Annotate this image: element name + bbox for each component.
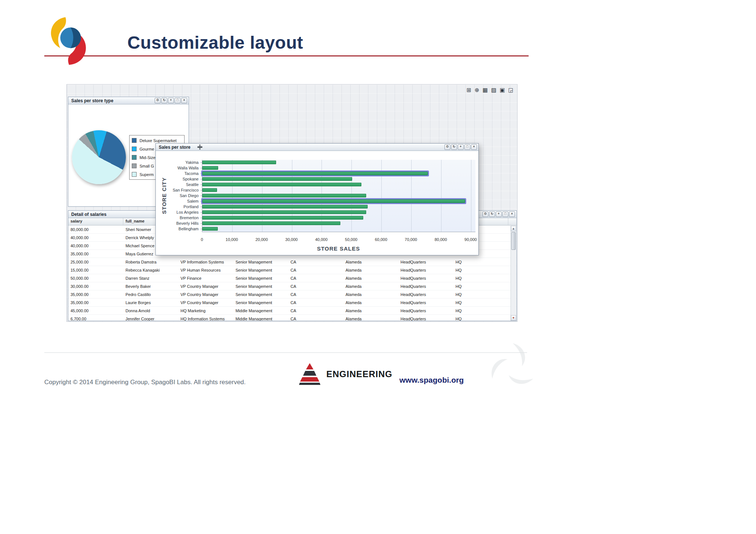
legend-label: Mid-Size [140,155,155,160]
add-button[interactable]: + [496,211,502,217]
add-button[interactable]: + [458,144,464,150]
table-cell: Roberta Damstra [123,260,178,264]
table-row[interactable]: 25,000.00Roberta DamstraVP Information S… [68,258,516,266]
watermark-swirl-icon [488,340,538,393]
table-cell: CA [288,317,343,321]
table-cell: 6,700.00 [68,317,123,321]
table-cell: 35,000.00 [68,292,123,297]
table-cell: VP Country Manager [178,284,233,289]
table-cell: 50,000.00 [68,276,123,280]
panel-header[interactable]: Sales per store type ⚙↻+□× [68,97,189,104]
settings-button[interactable]: ⚙ [155,98,161,103]
website-link[interactable]: www.spagobi.org [399,376,464,385]
bar-category-label: Bremerton [157,216,199,220]
table-row[interactable]: 30,000.00Beverly BakerVP Country Manager… [68,282,516,290]
table-cell: 35,000.00 [68,252,123,256]
bar[interactable] [202,210,366,214]
table-cell: Alameda [343,317,398,321]
table-row[interactable]: 35,000.00Pedro CastilloVP Country Manage… [68,290,516,299]
move-widget-icon[interactable]: ⊕ [475,87,480,93]
bar[interactable] [202,166,218,170]
title-divider [44,55,529,56]
table-row[interactable]: 6,700.00Jennifer CooperHQ Information Sy… [68,315,516,321]
sales-per-store-window[interactable]: Sales per store ⚙↻+□× STORE CITY YakimaW… [155,143,479,255]
bar[interactable] [202,227,218,231]
table-cell: Beverly Baker [123,284,178,289]
table-cell: 25,000.00 [68,260,123,264]
bar-row: Tacoma [202,171,475,176]
bar[interactable] [202,172,428,175]
x-tick-label: 60,000 [375,237,387,242]
bar[interactable] [202,194,366,197]
bar[interactable] [202,183,361,186]
x-axis-ticks: 010,00020,00030,00040,00050,00060,00070,… [202,237,475,242]
scrollbar-thumb[interactable] [511,232,516,250]
table-row[interactable]: 35,000.00Laurie BorgesVP Country Manager… [68,299,516,307]
pie-chart[interactable] [72,130,126,184]
maximize-button[interactable]: □ [464,144,470,150]
close-button[interactable]: × [471,144,477,150]
table-cell: HeadQuarters [398,268,453,272]
legend-label: Superm [140,172,154,177]
save-as-icon[interactable]: ◲ [508,87,513,93]
table-cell: HeadQuarters [398,292,453,297]
bar-row: Bellingham [202,226,475,232]
table-cell: HQ Marketing [178,309,233,313]
table-cell: HQ [453,260,508,264]
table-cell: VP Human Resources [178,268,233,272]
column-header[interactable]: salary [68,218,123,225]
bar-category-label: San Diego [157,193,199,198]
legend-label: Gourme [140,147,154,151]
legend-label: Deluxe Supermarket [140,138,176,143]
maximize-button[interactable]: □ [175,98,181,103]
bar[interactable] [202,216,363,220]
table-cell: Alameda [343,260,398,264]
scroll-down-button[interactable]: ▼ [511,315,516,321]
bar[interactable] [202,199,465,203]
refresh-button[interactable]: ↻ [161,98,167,103]
bar[interactable] [202,161,276,164]
bar-category-label: Beverly Hills [157,221,199,225]
close-button[interactable]: × [181,98,187,103]
bar-category-label: Yakima [157,160,199,165]
bar-row: Yakima [202,160,475,165]
bar-row: Bremerton [202,215,475,221]
add-button[interactable]: + [168,98,174,103]
scroll-up-button[interactable]: ▲ [511,226,516,231]
bar-category-label: Spokane [157,177,199,181]
refresh-button[interactable]: ↻ [451,144,457,150]
maximize-button[interactable]: □ [502,211,508,217]
table-cell: Senior Management [233,284,288,289]
bar[interactable] [202,205,368,209]
add-document-icon[interactable]: ⊞ [467,87,471,93]
bar[interactable] [202,221,340,225]
bar[interactable] [202,188,217,192]
table-cell: Laurie Borges [123,300,178,305]
legend-swatch [132,172,137,177]
table-cell: 35,000.00 [68,300,123,305]
table-cell: HeadQuarters [398,276,453,280]
table-row[interactable]: 50,000.00Darren StanzVP FinanceSenior Ma… [68,274,516,282]
table-cell: VP Country Manager [178,300,233,305]
bar-row: Spokane [202,176,475,182]
bar[interactable] [202,177,352,181]
bar-plot: YakimaWalla WallaTacomaSpokaneSeattleSan… [202,160,475,232]
table-cell: Pedro Castillo [123,292,178,297]
bar-row: Seattle [202,182,475,187]
edit-table-icon[interactable]: ▨ [491,87,496,93]
settings-button[interactable]: ⚙ [444,144,450,150]
panel-title: Detail of salaries [71,212,106,217]
grid-view-icon[interactable]: ▦ [482,87,488,93]
table-scrollbar[interactable]: ▲ ▼ [511,226,516,321]
table-cell: Alameda [343,284,398,289]
table-row[interactable]: 15,000.00Rebecca KanagakiVP Human Resour… [68,266,516,274]
table-row[interactable]: 45,000.00Donna ArnoldHQ MarketingMiddle … [68,307,516,315]
window-controls: ⚙↻+□× [155,98,187,103]
close-button[interactable]: × [509,211,515,217]
refresh-button[interactable]: ↻ [489,211,495,217]
table-cell: CA [288,309,343,313]
settings-button[interactable]: ⚙ [482,211,488,217]
window-title: Sales per store [159,145,190,150]
save-icon[interactable]: ▣ [500,87,505,93]
window-header[interactable]: Sales per store ⚙↻+□× [156,144,478,151]
